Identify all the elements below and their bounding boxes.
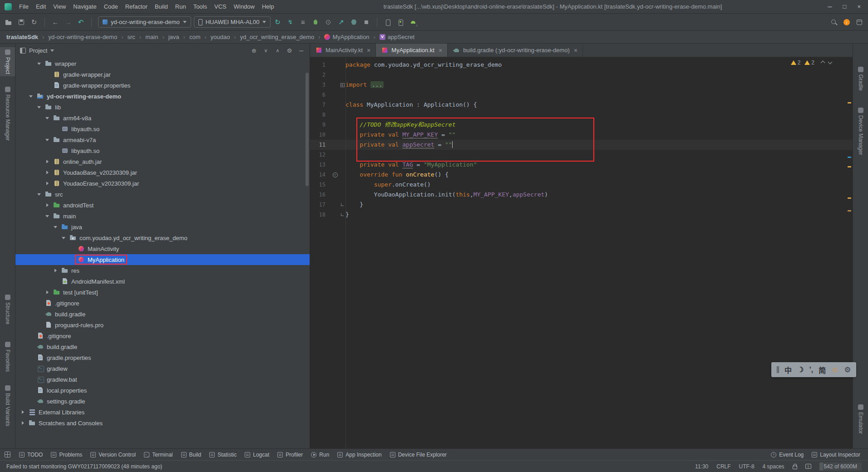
ime-fullwidth-toggle[interactable]: ☽ — [797, 365, 804, 374]
menu-window[interactable]: Window — [230, 3, 258, 10]
tree-item-gitignore[interactable]: .gitignore — [15, 330, 310, 341]
edit-configurations-icon[interactable] — [299, 18, 307, 26]
project-panel-title[interactable]: Project — [29, 47, 47, 54]
select-opened-file-icon[interactable] — [250, 47, 258, 54]
avd-manager-icon[interactable] — [396, 18, 404, 26]
tree-item-gradlew[interactable]: gradlew — [15, 363, 310, 374]
breadcrumb-item-yd-ocr-writing-erase-demo[interactable]: yd-ocr-writing-erase-demo — [48, 34, 117, 40]
tool-button-build[interactable]: Build — [177, 452, 206, 458]
tool-button-problems[interactable]: Problems — [47, 452, 86, 458]
minimize-button[interactable]: ─ — [828, 3, 832, 10]
apply-code-changes-icon[interactable] — [286, 18, 294, 26]
update-icon[interactable] — [843, 18, 851, 26]
fold-expand-icon[interactable]: + — [340, 83, 345, 87]
status-misc-icon[interactable] — [805, 464, 811, 469]
file-encoding-indicator[interactable]: UTF-8 — [739, 463, 755, 470]
tree-item-armeabi-v7a[interactable]: armeabi-v7a — [15, 134, 310, 145]
debug-icon[interactable] — [311, 18, 320, 26]
chevron-open-icon[interactable] — [27, 93, 35, 100]
tree-item-external-libraries[interactable]: External Libraries — [15, 407, 310, 418]
chevron-open-icon[interactable] — [44, 136, 51, 144]
tool-stripe-emulator[interactable]: Emulator — [853, 402, 868, 436]
tool-stripe-project[interactable]: Project — [0, 47, 15, 76]
tree-item-settings-gradle[interactable]: settings.gradle — [15, 396, 310, 407]
code-line-2[interactable]: 2 — [310, 70, 853, 80]
tree-item-gradle-wrapper-jar[interactable]: gradle-wrapper.jar — [15, 69, 310, 80]
profile-icon[interactable] — [350, 18, 358, 26]
tree-item-yd-ocr-writing-erase-demo[interactable]: yd-ocr-writing-erase-demo — [15, 91, 310, 102]
code-line-1[interactable]: 1package com.youdao.yd_ocr_writing_erase… — [310, 60, 853, 70]
chevron-open-icon[interactable] — [35, 60, 43, 68]
open-icon[interactable] — [5, 18, 13, 26]
layout-validation-icon[interactable] — [855, 18, 863, 26]
ime-punctuation-toggle[interactable]: ’, — [809, 366, 813, 374]
breadcrumb-item-src[interactable]: src — [128, 34, 135, 40]
tab-build-gradle-yd-ocr-writing-erase-demo[interactable]: build.gradle (:yd-ocr-writing-erase-demo… — [448, 44, 583, 57]
fold-end-icon[interactable] — [341, 213, 344, 216]
tool-button-terminal[interactable]: Terminal — [140, 452, 177, 458]
tree-item-arm64-v8a[interactable]: arm64-v8a — [15, 113, 310, 123]
ime-settings-button[interactable]: ⚙ — [844, 365, 851, 374]
tool-button-layout-inspector[interactable]: Layout Inspector — [808, 452, 864, 458]
tool-button-app-inspection[interactable]: App Inspection — [333, 452, 385, 458]
error-stripe-mark[interactable] — [848, 102, 851, 103]
menu-file[interactable]: File — [15, 3, 32, 10]
tree-item-res[interactable]: res — [15, 265, 310, 276]
tree-item-myapplication[interactable]: MyApplication — [15, 254, 310, 265]
chevron-open-icon[interactable] — [44, 212, 51, 220]
error-stripe-mark[interactable] — [848, 210, 851, 211]
drag-handle-icon[interactable] — [777, 366, 779, 373]
breadcrumb-item-yd-ocr-writing-erase-demo[interactable]: yd_ocr_writing_erase_demo — [240, 34, 314, 40]
breadcrumb-item-youdao[interactable]: youdao — [211, 34, 230, 40]
chevron-open-icon[interactable] — [60, 234, 68, 242]
tool-stripe-build-variants[interactable]: Build Variants — [0, 383, 15, 428]
memory-indicator[interactable]: 542 of 6000M — [819, 462, 862, 471]
breadcrumb-item-main[interactable]: main — [145, 34, 158, 40]
menu-vcs[interactable]: VCS — [211, 3, 230, 10]
tab-myapplication-kt[interactable]: MyApplication.kt× — [376, 44, 448, 57]
device-manager-icon[interactable] — [384, 18, 392, 26]
tree-item-gradle-properties[interactable]: gradle.properties — [15, 352, 310, 363]
tool-button-event-log[interactable]: Event Log — [767, 452, 808, 458]
code-line-7[interactable]: 7class MyApplication : Application() { — [310, 100, 853, 110]
tree-item-com-youdao-yd-ocr-writing-erase-demo[interactable]: com.youdao.yd_ocr_writing_erase_demo — [15, 232, 310, 243]
undo-icon[interactable] — [77, 18, 85, 26]
readonly-lock-icon[interactable] — [793, 466, 797, 469]
code-line-9[interactable]: 9 //TODO 修改appKey和appSecret — [310, 120, 853, 130]
chevron-open-icon[interactable] — [52, 223, 59, 231]
tree-item-youdaobase-v20230309-jar[interactable]: YoudaoBase_v20230309.jar — [15, 167, 310, 178]
tree-item-gitignore[interactable]: .gitignore — [15, 298, 310, 309]
collapse-all-icon[interactable] — [274, 47, 281, 54]
code-line-3[interactable]: 3+import ... — [310, 80, 853, 90]
menu-tools[interactable]: Tools — [190, 3, 211, 10]
menu-run[interactable]: Run — [172, 3, 190, 10]
chevron-open-icon[interactable] — [35, 103, 43, 111]
ime-chinese-mode[interactable]: 中 — [784, 364, 792, 375]
tool-stripe-device-manager[interactable]: Device Manager — [853, 105, 868, 157]
tool-stripe-resource-manager[interactable]: Resource Manager — [0, 84, 15, 143]
run-configuration-select[interactable]: yd-ocr-writing-erase-demo — [98, 16, 191, 28]
indent-indicator[interactable]: 4 spaces — [763, 463, 784, 470]
tab-mainactivity-kt[interactable]: MainActivity.kt× — [310, 44, 376, 57]
tool-button-device-file-explorer[interactable]: Device File Explorer — [386, 452, 451, 458]
tree-item-java[interactable]: java — [15, 221, 310, 232]
tree-item-proguard-rules-pro[interactable]: proguard-rules.pro — [15, 320, 310, 330]
code-editor[interactable]: 1package com.youdao.yd_ocr_writing_erase… — [310, 57, 853, 448]
breadcrumb-item-traslatesdk[interactable]: traslateSdk — [6, 34, 38, 40]
tool-button-logcat[interactable]: Logcat — [241, 452, 273, 458]
breadcrumb-item-appsecret[interactable]: appSecret — [380, 34, 414, 40]
code-line-13[interactable]: 13 private val TAG = "MyApplication" — [310, 160, 853, 170]
code-line-16[interactable]: 16 YouDaoApplication.init(this,MY_APP_KE… — [310, 190, 853, 200]
chevron-closed-icon[interactable] — [44, 202, 51, 209]
menu-build[interactable]: Build — [151, 3, 172, 10]
tool-stripe-structure[interactable]: Structure — [0, 292, 15, 327]
menu-code[interactable]: Code — [100, 3, 122, 10]
tree-item-test-unittest[interactable]: test [unitTest] — [15, 287, 310, 298]
menu-refactor[interactable]: Refactor — [122, 3, 151, 10]
error-stripe-mark[interactable] — [848, 197, 851, 199]
save-all-icon[interactable] — [17, 18, 25, 26]
tree-item-mainactivity[interactable]: MainActivity — [15, 243, 310, 254]
tool-button-version-control[interactable]: Version Control — [86, 452, 140, 458]
ime-emoji-button[interactable]: ☺ — [831, 366, 838, 374]
error-stripe-mark[interactable] — [848, 166, 851, 167]
